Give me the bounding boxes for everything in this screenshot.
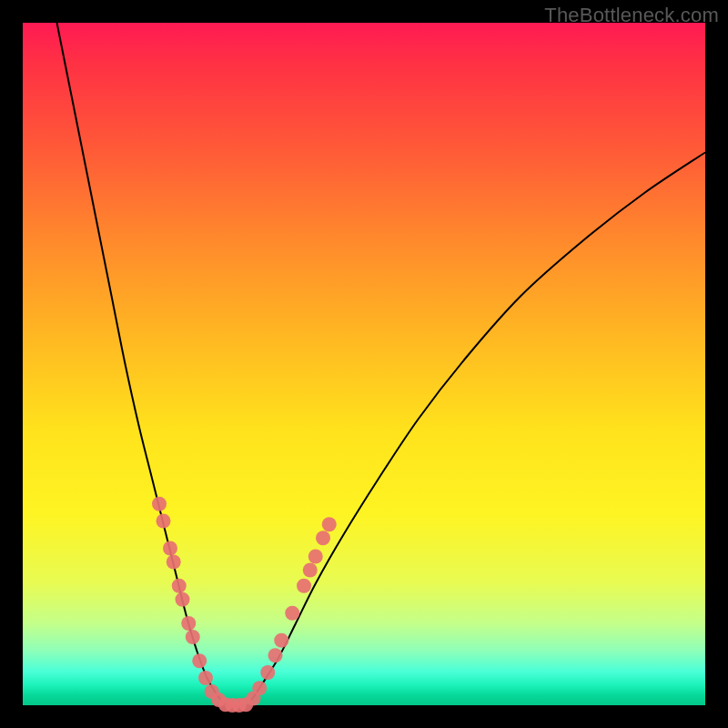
data-point [172, 579, 187, 593]
data-point [268, 648, 283, 662]
data-point [316, 531, 330, 545]
dot-layer [152, 497, 337, 713]
chart-svg [0, 0, 728, 728]
data-point [322, 517, 337, 531]
data-point [260, 665, 275, 680]
data-point [152, 497, 167, 511]
data-point [192, 653, 207, 668]
data-point [157, 514, 171, 529]
data-point [176, 592, 190, 607]
data-point [186, 630, 200, 644]
data-point [308, 550, 323, 564]
data-point [181, 616, 196, 631]
data-point [163, 541, 177, 556]
data-point [297, 579, 311, 593]
data-point [198, 671, 213, 685]
data-point [167, 555, 181, 570]
curve-layer [57, 23, 706, 707]
data-point [303, 563, 318, 578]
data-point [252, 681, 267, 695]
data-point [274, 633, 288, 648]
bottleneck-curve [57, 23, 706, 707]
outer-frame: TheBottleneck.com [0, 0, 728, 728]
data-point [285, 606, 299, 621]
